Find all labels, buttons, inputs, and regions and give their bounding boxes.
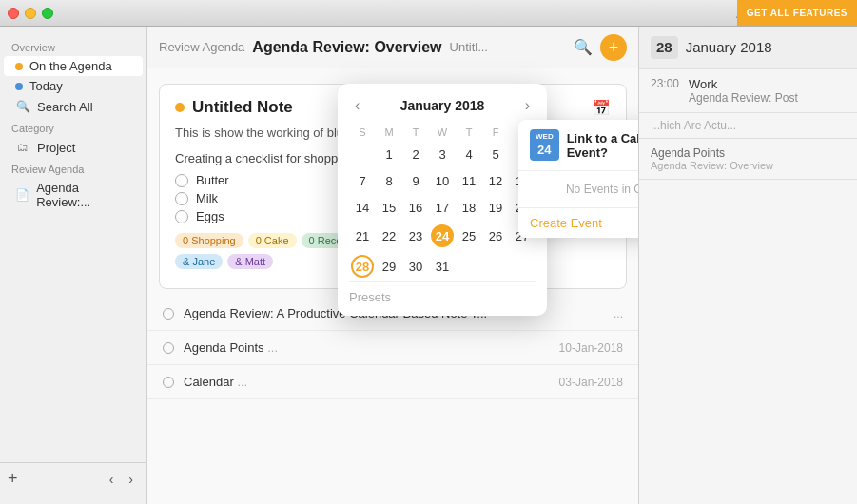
cal-day-22[interactable]: 22	[376, 221, 402, 251]
cal-day-11[interactable]: 11	[456, 167, 482, 194]
checkbox-icon[interactable]	[175, 210, 188, 223]
list-item-title: Calendar ...	[184, 375, 559, 389]
cal-day-14[interactable]: 14	[349, 194, 376, 221]
cal-day-31[interactable]: 31	[429, 251, 456, 281]
cal-day-26[interactable]: 26	[482, 221, 509, 251]
cal-header-wed: W	[429, 124, 456, 141]
calendar-nav: ‹ January 2018 ›	[349, 95, 536, 116]
cal-day-2[interactable]: 2	[402, 141, 429, 167]
cal-day-1[interactable]: 1	[376, 141, 402, 167]
sidebar-item-today[interactable]: Today	[4, 76, 143, 96]
search-button[interactable]: 🔍	[574, 38, 593, 56]
sidebar-item-search-all[interactable]: 🔍 Search All	[4, 96, 143, 117]
cal-day-12[interactable]: 12	[482, 167, 509, 194]
tag-shopping[interactable]: 0 Shopping	[175, 233, 243, 248]
badge-day-num: 24	[536, 142, 554, 159]
cal-day-16[interactable]: 16	[402, 194, 429, 221]
cal-header-mon: M	[376, 124, 402, 141]
event-title: Work	[689, 77, 798, 91]
nav-forward-button[interactable]: ›	[123, 470, 139, 489]
note-status-dot	[175, 103, 185, 112]
cal-day-10[interactable]: 10	[429, 167, 456, 194]
tag-jane[interactable]: & Jane	[175, 254, 223, 269]
cal-day-30[interactable]: 30	[402, 251, 429, 281]
cal-day-9[interactable]: 9	[402, 167, 429, 194]
calendar-popup: ‹ January 2018 › S M T W T F S	[338, 84, 547, 316]
minimize-button[interactable]	[25, 8, 36, 19]
close-button[interactable]	[8, 8, 19, 19]
cal-next-button[interactable]: ›	[519, 95, 536, 116]
cal-day-18[interactable]: 18	[456, 194, 482, 221]
cal-header-sun: S	[349, 124, 376, 141]
tag-matt[interactable]: & Matt	[227, 254, 273, 269]
cal-day-25[interactable]: 25	[456, 221, 482, 251]
cal-day-empty3	[482, 251, 509, 281]
note-icon: 📄	[15, 187, 29, 203]
toolbar: Review Agenda Agenda Review: Overview Un…	[147, 27, 638, 68]
cal-day-3[interactable]: 3	[429, 141, 456, 167]
add-note-button[interactable]: +	[8, 469, 18, 489]
title-bar: ⚠ GET ALL FEATURES	[0, 0, 857, 27]
right-panel-event: 23:00 Work Agenda Review: Post	[639, 69, 857, 113]
list-item-calendar[interactable]: Calendar ... 03-Jan-2018	[147, 365, 638, 399]
checkbox-icon[interactable]	[175, 174, 188, 187]
presets-label: Presets	[349, 290, 391, 304]
search-icon: 🔍	[15, 99, 30, 114]
badge-day-label: WED	[536, 131, 554, 142]
maximize-button[interactable]	[42, 8, 53, 19]
toolbar-breadcrumb: Review Agenda	[159, 40, 244, 54]
nav-back-button[interactable]: ‹	[104, 470, 120, 489]
cal-day-4[interactable]: 4	[456, 141, 482, 167]
checkbox-icon[interactable]	[175, 192, 188, 205]
cal-day-empty4	[509, 251, 536, 281]
link-cal-footer: Create Event Cancel Save	[518, 207, 638, 238]
overview-section-label: Overview	[0, 36, 146, 56]
sidebar-item-project[interactable]: 🗂 Project	[4, 137, 143, 158]
dot-icon-blue	[15, 83, 23, 90]
event-subtitle: Agenda Review: Post	[689, 91, 798, 105]
create-event-button[interactable]: Create Event	[530, 216, 602, 230]
cal-day-29[interactable]: 29	[376, 251, 402, 281]
toolbar-subtitle: Untitl...	[450, 40, 488, 54]
get-all-features-button[interactable]: GET ALL FEATURES	[737, 0, 857, 26]
cal-day-8[interactable]: 8	[376, 167, 402, 194]
link-cal-body: No Events in Calendar	[518, 171, 638, 207]
cal-day-empty2	[456, 251, 482, 281]
cal-day-empty	[349, 141, 376, 167]
list-item-agenda-points[interactable]: Agenda Points ... 10-Jan-2018	[147, 331, 638, 365]
cal-prev-button[interactable]: ‹	[349, 95, 365, 116]
right-panel-header: 28 January 2018	[639, 27, 857, 69]
tag-cake[interactable]: 0 Cake	[248, 233, 297, 248]
cal-header-tue: T	[402, 124, 429, 141]
date-badge-day: 28	[656, 38, 672, 57]
sidebar-item-agenda-review[interactable]: 📄 Agenda Review:...	[4, 178, 143, 212]
cal-day-28[interactable]: 28	[349, 251, 376, 281]
calendar-icon-button[interactable]: 📅	[592, 99, 611, 117]
cal-day-21[interactable]: 21	[349, 221, 376, 251]
sidebar-item-label: Today	[29, 79, 63, 93]
link-cal-title: Link to a Calendar Event?	[567, 131, 638, 160]
add-note-button[interactable]: +	[600, 34, 627, 61]
right-panel-note: Agenda Points Agenda Review: Overview	[639, 139, 857, 180]
cal-header-thu: T	[456, 124, 482, 141]
cal-day-17[interactable]: 17	[429, 194, 456, 221]
note-circle-icon	[163, 308, 174, 320]
event-time: 23:00	[651, 77, 679, 90]
sidebar: Overview On the Agenda Today 🔍 Search Al…	[0, 27, 147, 504]
note-circle-icon	[163, 377, 174, 388]
link-cal-header: WED 24 Link to a Calendar Event?	[518, 120, 638, 171]
calendar-presets: Presets	[349, 281, 536, 304]
cal-day-24[interactable]: 24	[429, 221, 456, 251]
traffic-lights	[8, 8, 53, 19]
sidebar-item-on-the-agenda[interactable]: On the Agenda	[4, 56, 143, 76]
checklist-item-label: Butter	[196, 173, 229, 187]
note-circle-icon	[163, 342, 174, 354]
cal-day-7[interactable]: 7	[349, 167, 376, 194]
checklist-item-label: Eggs	[196, 209, 224, 223]
cal-day-19[interactable]: 19	[482, 194, 509, 221]
review-agenda-section-label: Review Agenda	[0, 158, 146, 178]
cal-day-23[interactable]: 23	[402, 221, 429, 251]
dot-icon-orange	[15, 63, 23, 70]
cal-day-15[interactable]: 15	[376, 194, 402, 221]
cal-day-5[interactable]: 5	[482, 141, 509, 167]
